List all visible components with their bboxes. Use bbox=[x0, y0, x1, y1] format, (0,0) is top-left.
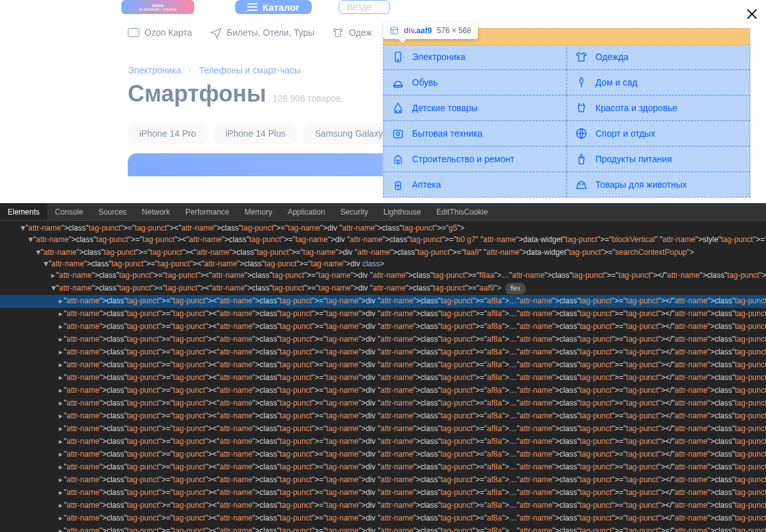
category-icon bbox=[575, 76, 588, 89]
expand-caret-icon[interactable]: ▸ bbox=[57, 347, 64, 357]
expand-caret-icon[interactable]: ▸ bbox=[57, 475, 64, 485]
card-icon bbox=[128, 28, 139, 37]
svg-point-6 bbox=[399, 110, 401, 112]
expand-caret-icon[interactable]: ▼ bbox=[50, 283, 56, 293]
expand-caret-icon[interactable]: ▸ bbox=[57, 296, 64, 306]
site-logo[interactable]: ozon 25 ФЕВРАЛЯ – 4 МАРТА bbox=[121, 0, 194, 14]
devtools-tab[interactable]: Sources bbox=[91, 203, 134, 220]
element-tree-row[interactable]: ▼"attr-name">class"tag-punct">="tag-punc… bbox=[0, 234, 766, 247]
element-tree-row[interactable]: ▸"attr-name">class"tag-punct">="tag-punc… bbox=[0, 448, 766, 461]
expand-caret-icon[interactable]: ▸ bbox=[57, 385, 64, 395]
category-icon bbox=[392, 127, 404, 140]
devtools-tab[interactable]: Elements bbox=[0, 203, 47, 220]
category-item[interactable]: Аптека bbox=[383, 172, 567, 197]
expand-caret-icon[interactable]: ▸ bbox=[57, 334, 64, 344]
expand-caret-icon[interactable]: ▼ bbox=[42, 259, 49, 269]
nav-clothes[interactable]: Одеж bbox=[332, 27, 372, 38]
category-item[interactable]: Красота и здоровье bbox=[567, 95, 750, 121]
element-tree-row[interactable]: ▸"attr-name">class"tag-punct">="tag-punc… bbox=[0, 270, 766, 282]
expand-caret-icon[interactable]: ▸ bbox=[57, 321, 64, 331]
element-tree-row[interactable]: ▸"attr-name">class"tag-punct">="tag-punc… bbox=[0, 525, 766, 532]
category-icon bbox=[575, 102, 588, 114]
category-item[interactable]: Дом и сад bbox=[567, 70, 750, 95]
devtools-tab[interactable]: Network bbox=[134, 203, 178, 220]
filter-chip[interactable]: iPhone 14 Pro bbox=[128, 123, 208, 144]
expand-caret-icon[interactable]: ▸ bbox=[57, 526, 64, 532]
category-item[interactable]: Бытовая техника bbox=[383, 121, 567, 146]
expand-caret-icon[interactable]: ▼ bbox=[34, 247, 41, 257]
elements-tree[interactable]: ▼"attr-name">class"tag-punct">="tag-punc… bbox=[0, 221, 766, 532]
category-item[interactable]: Товары для животных bbox=[567, 172, 750, 197]
devtools-tab[interactable]: Memory bbox=[237, 203, 280, 220]
category-icon bbox=[575, 153, 588, 165]
devtools-tab[interactable]: Security bbox=[333, 203, 376, 220]
element-tree-row[interactable]: ▸"attr-name">class"tag-punct">="tag-punc… bbox=[0, 499, 766, 512]
expand-caret-icon[interactable]: ▼ bbox=[19, 223, 26, 233]
expand-caret-icon[interactable]: ▸ bbox=[57, 513, 64, 523]
expand-caret-icon[interactable]: ▼ bbox=[27, 234, 33, 245]
expand-caret-icon[interactable]: ▸ bbox=[57, 308, 64, 319]
expand-caret-icon[interactable]: ▸ bbox=[57, 500, 64, 510]
element-tree-row[interactable]: ▼"attr-name">class"tag-punct">="tag-punc… bbox=[0, 222, 766, 234]
expand-caret-icon[interactable]: ▸ bbox=[57, 360, 64, 370]
svg-point-5 bbox=[396, 110, 397, 112]
category-label: Бытовая техника bbox=[412, 128, 482, 139]
element-tree-row[interactable]: ▸"attr-name">class"tag-punct">="tag-punc… bbox=[0, 359, 766, 372]
nav-tickets[interactable]: Билеты, Отели, Туры bbox=[210, 27, 314, 38]
element-tree-row[interactable]: ▸"attr-name">class"tag-punct">="tag-punc… bbox=[0, 333, 766, 346]
category-item[interactable]: Детские товары bbox=[383, 95, 567, 121]
filter-chip[interactable]: Samsung Galaxy bbox=[303, 123, 395, 144]
element-tree-row[interactable]: ▸"attr-name">class"tag-punct">="tag-punc… bbox=[0, 512, 766, 525]
filter-chip[interactable]: iPhone 14 Plus bbox=[214, 123, 297, 144]
devtools-tab[interactable]: Lighthouse bbox=[376, 203, 429, 220]
element-tree-row[interactable]: ▸"attr-name">class"tag-punct">="tag-punc… bbox=[0, 372, 766, 384]
svg-rect-7 bbox=[394, 130, 402, 138]
expand-caret-icon[interactable]: ▸ bbox=[57, 423, 64, 434]
expand-caret-icon[interactable]: ▸ bbox=[57, 411, 64, 421]
element-tree-row[interactable]: ▸"attr-name">class"tag-punct">="tag-punc… bbox=[0, 397, 766, 410]
element-tree-row[interactable]: ▼"attr-name">class"tag-punct">="tag-punc… bbox=[0, 258, 766, 270]
devtools-tab[interactable]: Application bbox=[280, 203, 333, 220]
category-item[interactable]: Спорт и отдых bbox=[567, 121, 750, 146]
expand-caret-icon[interactable]: ▸ bbox=[57, 487, 64, 498]
devtools-tab[interactable]: Console bbox=[47, 203, 91, 220]
expand-caret-icon[interactable]: ▸ bbox=[57, 398, 64, 408]
category-icon bbox=[575, 127, 588, 140]
category-item[interactable]: Электроника bbox=[383, 44, 567, 70]
breadcrumb-link[interactable]: Электроника bbox=[128, 65, 181, 75]
devtools-tab[interactable]: EditThisCookie bbox=[429, 203, 496, 220]
tooltip-tag: div bbox=[404, 26, 414, 35]
category-icon bbox=[392, 178, 404, 191]
catalog-button[interactable]: Каталог bbox=[235, 0, 312, 14]
element-tree-row[interactable]: ▸"attr-name">class"tag-punct">="tag-punc… bbox=[0, 487, 766, 499]
layout-icon bbox=[390, 26, 399, 35]
element-tree-row[interactable]: ▸"attr-name">class"tag-punct">="tag-punc… bbox=[0, 384, 766, 397]
expand-caret-icon[interactable]: ▸ bbox=[50, 270, 56, 280]
category-popup: ЭлектроникаОдеждаОбувьДом и садДетские т… bbox=[383, 43, 751, 198]
devtools-tab[interactable]: Performance bbox=[178, 203, 237, 220]
element-tree-row[interactable]: ▸"attr-name">class"tag-punct">="tag-punc… bbox=[0, 321, 766, 333]
element-tree-row[interactable]: ▸"attr-name">class"tag-punct">="tag-punc… bbox=[0, 295, 766, 308]
element-tree-row[interactable]: ▸"attr-name">class"tag-punct">="tag-punc… bbox=[0, 346, 766, 359]
category-item[interactable]: Обувь bbox=[383, 70, 567, 95]
expand-caret-icon[interactable]: ▸ bbox=[57, 462, 64, 472]
breadcrumb-link[interactable]: Телефоны и смарт-часы bbox=[199, 65, 301, 75]
close-icon[interactable] bbox=[746, 8, 758, 20]
expand-caret-icon[interactable]: ▸ bbox=[57, 436, 64, 446]
element-tree-row[interactable]: ▼"attr-name">class"tag-punct">="tag-punc… bbox=[0, 282, 766, 295]
category-item[interactable]: Продукты питания bbox=[567, 146, 750, 172]
category-item[interactable]: Строительство и ремонт bbox=[383, 146, 567, 172]
element-tree-row[interactable]: ▸"attr-name">class"tag-punct">="tag-punc… bbox=[0, 474, 766, 487]
element-tree-row[interactable]: ▸"attr-name">class"tag-punct">="tag-punc… bbox=[0, 461, 766, 474]
element-tree-row[interactable]: ▸"attr-name">class"tag-punct">="tag-punc… bbox=[0, 436, 766, 448]
expand-caret-icon[interactable]: ▸ bbox=[57, 449, 64, 459]
search-scope[interactable]: Везде bbox=[339, 0, 390, 14]
element-tree-row[interactable]: ▸"attr-name">class"tag-punct">="tag-punc… bbox=[0, 423, 766, 436]
expand-caret-icon[interactable]: ▸ bbox=[57, 372, 64, 383]
nav-ozon-card[interactable]: Ozon Карта bbox=[128, 27, 192, 38]
logo-subtext: 25 ФЕВРАЛЯ – 4 МАРТА bbox=[139, 8, 177, 11]
element-tree-row[interactable]: ▼"attr-name">class"tag-punct">="tag-punc… bbox=[0, 247, 766, 258]
element-tree-row[interactable]: ▸"attr-name">class"tag-punct">="tag-punc… bbox=[0, 410, 766, 423]
element-tree-row[interactable]: ▸"attr-name">class"tag-punct">="tag-punc… bbox=[0, 308, 766, 321]
category-item[interactable]: Одежда bbox=[567, 44, 750, 70]
